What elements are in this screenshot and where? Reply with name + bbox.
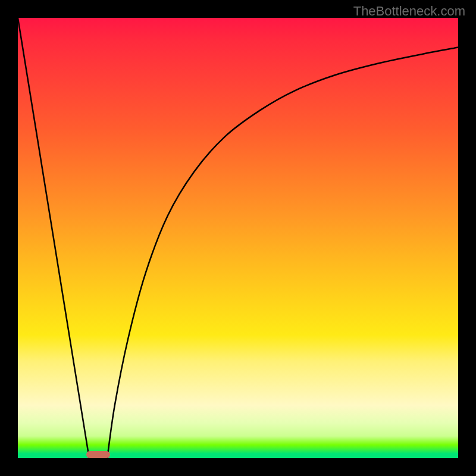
- watermark-text: TheBottleneck.com: [353, 4, 465, 19]
- chart-curves: [18, 18, 458, 458]
- bottleneck-marker: [86, 451, 110, 458]
- left-line-curve: [18, 18, 89, 458]
- right-log-curve: [107, 48, 458, 458]
